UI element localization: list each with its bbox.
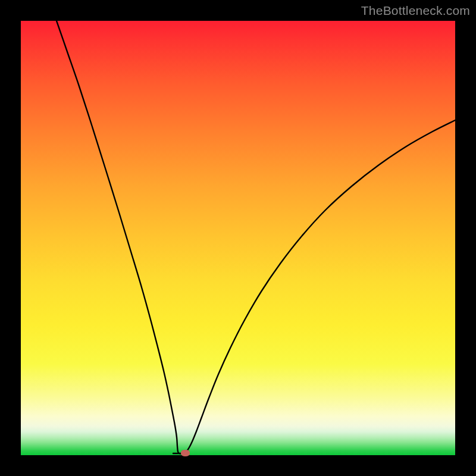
curve-path	[57, 21, 455, 453]
watermark-text: TheBottleneck.com	[361, 4, 470, 18]
chart-frame: TheBottleneck.com	[0, 0, 476, 476]
optimal-point-marker	[181, 450, 190, 456]
bottleneck-curve	[21, 21, 455, 455]
